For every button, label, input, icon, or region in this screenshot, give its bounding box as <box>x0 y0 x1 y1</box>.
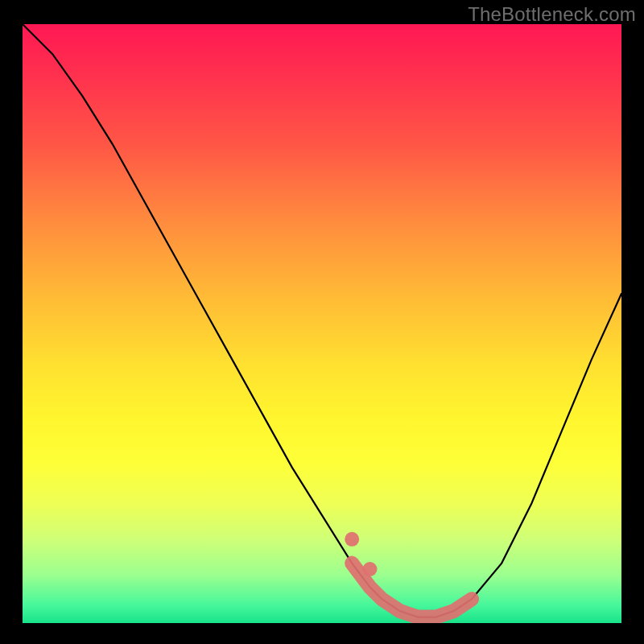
highlight-dot <box>345 532 359 547</box>
chart-overlay <box>23 24 621 623</box>
plot-area <box>23 24 621 623</box>
highlight-dot <box>363 562 378 576</box>
bottleneck-curve <box>23 24 621 617</box>
watermark-text: TheBottleneck.com <box>468 3 636 26</box>
chart-frame: TheBottleneck.com <box>0 0 644 644</box>
